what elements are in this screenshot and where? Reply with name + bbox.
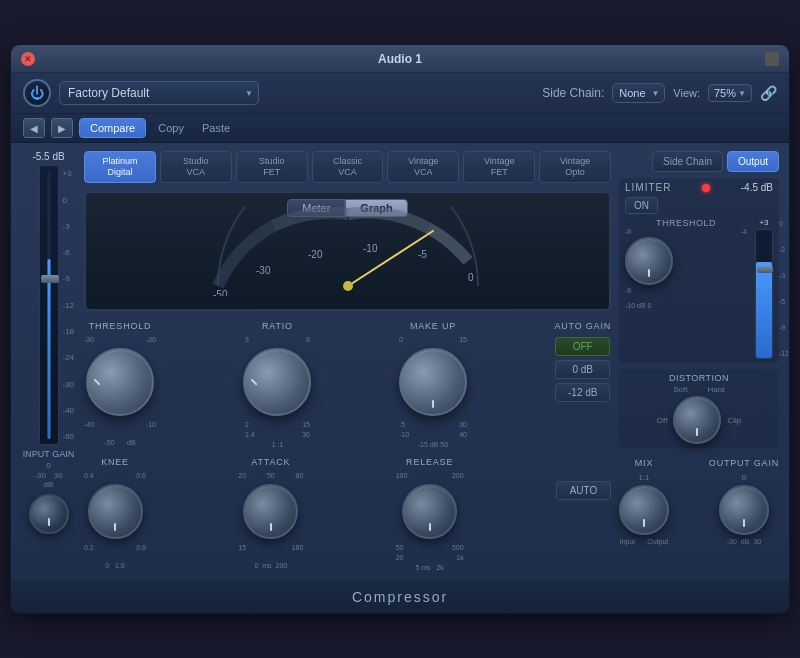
side-chain-select[interactable]: None [612, 83, 665, 103]
top-bar: ⏻ Factory Default Side Chain: None View:… [11, 73, 789, 114]
footer: Compressor [11, 580, 789, 613]
auto-button[interactable]: AUTO [556, 481, 611, 500]
type-vintage-vca[interactable]: VintageVCA [387, 151, 459, 183]
limiter-header: LIMITER -4.5 dB [625, 182, 773, 193]
output-gain-knob[interactable] [719, 485, 769, 535]
back-button[interactable]: ◀ [23, 118, 45, 138]
release-knob[interactable] [402, 484, 457, 539]
makeup-knob[interactable] [399, 348, 467, 416]
mix-ratio: 1:1 [638, 473, 649, 482]
view-select[interactable]: 75% [708, 84, 752, 102]
knob-ind-knee [114, 523, 116, 531]
threshold-right-knob[interactable] [625, 237, 673, 285]
side-chain-label: Side Chain: [542, 86, 604, 100]
mix-group: MIX 1:1 Input Output [619, 458, 669, 545]
limiter-label: LIMITER [625, 182, 671, 193]
forward-button[interactable]: ▶ [51, 118, 73, 138]
side-chain-wrapper: None [612, 83, 665, 103]
ratio-knob[interactable] [243, 348, 311, 416]
left-section: -5.5 dB +3 0 -3 -6 -9 -12 -18 -24 [21, 151, 76, 572]
ratio-group: RATIO 3 8 2 15 1.4 30 [243, 321, 311, 448]
knee-knob[interactable] [88, 484, 143, 539]
knob-indicator [48, 518, 50, 526]
scale-m3: -3 [63, 222, 75, 231]
scale-0: 0 [63, 196, 75, 205]
ratio-label: RATIO [262, 321, 293, 331]
main-window: ✕ Audio 1 ⏻ Factory Default Side Chain: … [10, 44, 790, 614]
copy-button[interactable]: Copy [152, 119, 190, 137]
svg-point-1 [343, 281, 353, 291]
paste-button[interactable]: Paste [196, 119, 236, 137]
view-label: View: [673, 87, 700, 99]
preset-selector[interactable]: Factory Default [59, 81, 259, 105]
right-fader-handle[interactable] [757, 266, 773, 273]
scale-m18: -18 [63, 327, 75, 336]
distortion-section: DISTORTION Soft Hard Off Clip [619, 369, 779, 448]
input-gain-fader[interactable] [39, 165, 59, 445]
release-label: RELEASE [406, 457, 453, 467]
right-fader[interactable] [755, 229, 773, 359]
knob-ind [93, 378, 100, 385]
type-classic-vca[interactable]: ClassicVCA [312, 151, 384, 183]
type-platinum-digital[interactable]: PlatinumDigital [84, 151, 156, 183]
type-vintage-opto[interactable]: VintageOpto [539, 151, 611, 183]
svg-text:0: 0 [468, 272, 474, 283]
input-gain-knob[interactable] [29, 494, 69, 534]
svg-text:-30: -30 [256, 265, 271, 276]
knee-label: KNEE [101, 457, 129, 467]
minimize-button[interactable] [765, 52, 779, 66]
off-button[interactable]: OFF [555, 337, 610, 356]
compare-button[interactable]: Compare [79, 118, 146, 138]
fader-fill [47, 259, 50, 439]
zero-db-button[interactable]: 0 dB [555, 360, 610, 379]
meter-arc-svg: -50 -30 -20 -10 -5 0 [198, 206, 498, 296]
makeup-label: MAKE UP [410, 321, 456, 331]
type-studio-fet[interactable]: StudioFET [236, 151, 308, 183]
mix-input-label: Input [620, 538, 636, 545]
threshold-knob[interactable] [86, 348, 154, 416]
preset-wrapper: Factory Default [59, 81, 259, 105]
output-gain-group: OUTPUT GAIN 0 -30 dB 30 [709, 458, 779, 545]
limiter-value: -4.5 dB [741, 182, 773, 193]
fader-handle[interactable] [41, 275, 59, 283]
output-gain-label: OUTPUT GAIN [709, 458, 779, 468]
type-vintage-fet[interactable]: VintageFET [463, 151, 535, 183]
controls-bar: ◀ ▶ Compare Copy Paste [11, 114, 789, 143]
compressor-types: PlatinumDigital StudioVCA StudioFET Clas… [84, 151, 611, 183]
distortion-label: DISTORTION [625, 373, 773, 383]
close-button[interactable]: ✕ [21, 52, 35, 66]
scale-m60: -60 [63, 432, 75, 441]
attack-group: ATTACK 20 50 80 15 160 0 ms 200 [238, 457, 303, 572]
scale-3: +3 [63, 169, 75, 178]
minus12-button[interactable]: -12 dB [555, 383, 610, 402]
svg-text:-50: -50 [213, 289, 228, 296]
title-bar: ✕ Audio 1 [11, 45, 789, 73]
knob-ind-dist [696, 428, 698, 436]
scale-m24: -24 [63, 353, 75, 362]
attack-label: ATTACK [251, 457, 290, 467]
knee-group: KNEE 0.4 0.6 0.2 0.8 0 1.0 [84, 457, 146, 572]
input-db-value: -5.5 dB [32, 151, 64, 162]
type-studio-vca[interactable]: StudioVCA [160, 151, 232, 183]
mix-knob[interactable] [619, 485, 669, 535]
output-button[interactable]: Output [727, 151, 779, 172]
soft-label: Soft [673, 385, 687, 394]
knob-ind-ratio [251, 378, 258, 385]
dist-off-label: Off [657, 416, 668, 425]
threshold-right-area: THRESHOLD -6 -4 -8 -10 dB 0 [625, 218, 773, 359]
attack-knob[interactable] [243, 484, 298, 539]
limiter-on-button[interactable]: ON [625, 197, 658, 214]
limiter-led [702, 184, 710, 192]
knob-ind-mix [643, 519, 645, 527]
knob-ind-thresh-r [648, 269, 650, 277]
chain-icon[interactable]: 🔗 [760, 85, 777, 101]
input-gain-label: INPUT GAIN 0 -30 30 dB [23, 449, 74, 490]
power-button[interactable]: ⏻ [23, 79, 51, 107]
release-group: RELEASE 100 200 50 500 20 1k [396, 457, 464, 571]
knobs-row-1: THRESHOLD -30 -20 -40 -10 -50 dB [84, 321, 611, 449]
side-chain-button[interactable]: Side Chain [652, 151, 723, 172]
right-fader-fill [756, 262, 772, 358]
distortion-knob[interactable] [673, 396, 721, 444]
knob-ind-release [429, 523, 431, 531]
hard-label: Hard [707, 385, 724, 394]
